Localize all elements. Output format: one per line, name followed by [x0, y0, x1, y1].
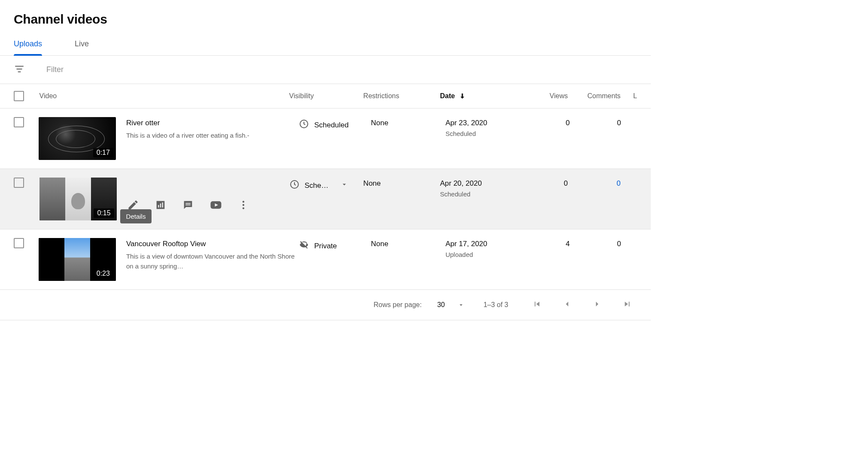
- column-date[interactable]: Date: [440, 92, 532, 100]
- play-icon[interactable]: [209, 199, 222, 213]
- row-actions: Details: [127, 178, 249, 220]
- date-status: Scheduled: [440, 190, 532, 198]
- rows-per-page-select[interactable]: 30: [437, 301, 464, 309]
- page-range: 1–3 of 3: [483, 301, 508, 309]
- column-restrictions[interactable]: Restrictions: [363, 92, 440, 100]
- visibility-label: Sche…: [305, 181, 329, 190]
- pagination: Rows per page: 30 1–3 of 3: [0, 290, 651, 320]
- comments-icon[interactable]: [182, 199, 194, 212]
- comments-cell[interactable]: 0: [570, 117, 621, 127]
- comments-cell[interactable]: 0: [570, 238, 621, 248]
- table-row[interactable]: 0:15 Details: [0, 169, 651, 229]
- filter-icon[interactable]: [14, 63, 25, 76]
- video-title[interactable]: River otter: [126, 119, 299, 127]
- filter-bar: [0, 56, 651, 84]
- visibility-label: Scheduled: [314, 121, 349, 130]
- page-title: Channel videos: [0, 0, 651, 34]
- views-cell: 4: [535, 238, 570, 248]
- visibility-label: Private: [314, 242, 337, 250]
- visibility-cell[interactable]: Private: [299, 238, 371, 252]
- video-description: This is a view of downtown Vancouver and…: [126, 252, 299, 271]
- date-value: Apr 23, 2020: [446, 119, 535, 127]
- column-visibility[interactable]: Visibility: [289, 92, 364, 100]
- date-value: Apr 20, 2020: [440, 179, 532, 188]
- rows-per-page-value: 30: [437, 301, 445, 309]
- row-checkbox[interactable]: [14, 117, 24, 127]
- restrictions-cell: None: [371, 117, 446, 127]
- svg-rect-5: [185, 204, 191, 205]
- more-icon[interactable]: [238, 199, 249, 212]
- clock-icon: [289, 179, 300, 192]
- page-next-button[interactable]: [587, 299, 607, 310]
- svg-rect-4: [185, 203, 191, 204]
- video-thumbnail[interactable]: 0:15: [39, 178, 117, 220]
- analytics-icon[interactable]: [155, 199, 167, 212]
- row-checkbox[interactable]: [14, 238, 24, 248]
- date-cell: Apr 20, 2020 Scheduled: [440, 178, 532, 198]
- table-row[interactable]: 0:23 Vancouver Rooftop View This is a vi…: [0, 229, 651, 290]
- video-thumbnail[interactable]: 0:17: [39, 117, 116, 160]
- column-video[interactable]: Video: [39, 92, 289, 100]
- column-rest[interactable]: L: [621, 92, 637, 100]
- eye-off-icon: [299, 240, 309, 252]
- select-all-checkbox[interactable]: [14, 91, 24, 101]
- views-cell: 0: [535, 117, 570, 127]
- filter-input[interactable]: [46, 65, 217, 75]
- restrictions-cell: None: [363, 178, 440, 188]
- svg-point-8: [242, 204, 244, 205]
- table-row[interactable]: 0:17 River otter This is a video of a ri…: [0, 108, 651, 169]
- date-status: Uploaded: [446, 251, 535, 258]
- page-prev-button[interactable]: [557, 299, 577, 310]
- video-thumbnail[interactable]: 0:23: [39, 238, 116, 281]
- rows-per-page-label: Rows per page:: [373, 301, 422, 309]
- table-header: Video Visibility Restrictions Date Views…: [0, 84, 651, 108]
- column-date-label: Date: [440, 92, 455, 100]
- video-description: This is a video of a river otter eating …: [126, 131, 299, 141]
- date-value: Apr 17, 2020: [446, 240, 535, 248]
- visibility-cell[interactable]: Scheduled: [299, 117, 371, 131]
- video-duration: 0:15: [94, 208, 114, 218]
- date-status: Scheduled: [446, 130, 535, 137]
- comments-cell[interactable]: 0: [568, 178, 621, 188]
- tab-live[interactable]: Live: [75, 34, 89, 55]
- restrictions-cell: None: [371, 238, 446, 248]
- svg-rect-3: [162, 202, 163, 208]
- chevron-down-icon: [340, 181, 348, 190]
- video-duration: 0:17: [93, 148, 113, 157]
- tooltip-details: Details: [120, 209, 152, 223]
- svg-rect-1: [158, 205, 159, 208]
- page-last-button[interactable]: [617, 299, 637, 310]
- clock-icon: [299, 119, 309, 131]
- views-cell: 0: [532, 178, 568, 188]
- column-comments[interactable]: Comments: [568, 92, 621, 100]
- visibility-dropdown[interactable]: Sche…: [289, 178, 364, 192]
- svg-point-7: [242, 201, 244, 202]
- video-duration: 0:23: [93, 269, 113, 278]
- svg-point-9: [242, 207, 244, 209]
- row-checkbox[interactable]: [14, 178, 24, 188]
- svg-rect-2: [160, 203, 161, 207]
- page-first-button[interactable]: [527, 299, 547, 310]
- date-cell: Apr 17, 2020 Uploaded: [446, 238, 535, 258]
- chevron-down-icon: [458, 301, 464, 308]
- column-views[interactable]: Views: [532, 92, 568, 100]
- date-cell: Apr 23, 2020 Scheduled: [446, 117, 535, 137]
- tabs: Uploads Live: [0, 34, 651, 56]
- video-title[interactable]: Vancouver Rooftop View: [126, 240, 299, 248]
- sort-desc-icon: [458, 92, 466, 100]
- tab-uploads[interactable]: Uploads: [14, 34, 42, 55]
